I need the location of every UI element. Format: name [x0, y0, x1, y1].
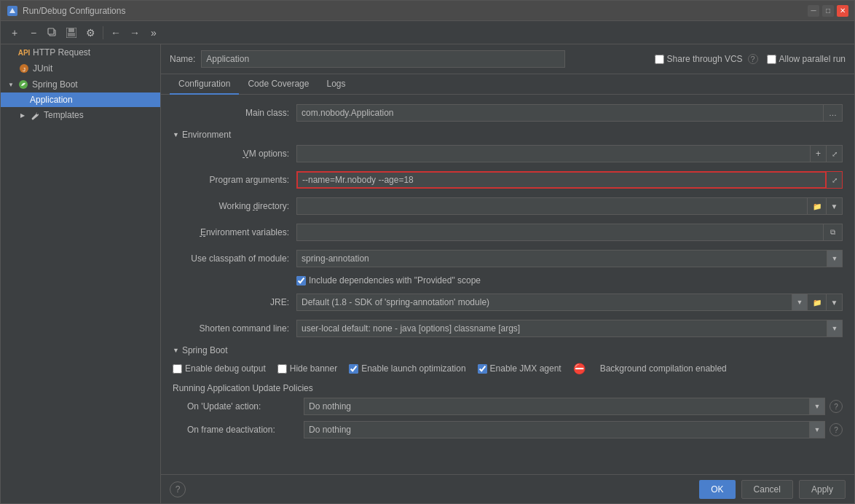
ok-button[interactable]: OK [699, 480, 735, 499]
cancel-button[interactable]: Cancel [741, 480, 793, 499]
jre-expand-button[interactable]: ▼ [827, 294, 843, 311]
on-update-row: On 'Update' action: Do nothingUpdate cla… [173, 398, 843, 415]
spring-boot-section-title: Spring Boot [182, 345, 228, 355]
program-args-input[interactable] [296, 171, 827, 189]
svg-rect-6 [68, 33, 75, 36]
hide-banner-label: Hide banner [290, 363, 337, 374]
toolbar-separator [103, 26, 103, 39]
env-vars-copy-button[interactable]: ⧉ [824, 224, 843, 241]
on-update-select[interactable]: Do nothingUpdate classes and resourcesHo… [304, 398, 825, 415]
minimize-button[interactable]: ─ [808, 5, 819, 17]
enable-launch-checkbox[interactable]: Enable launch optimization [349, 363, 465, 374]
program-args-expand-button[interactable]: ⤢ [827, 171, 843, 189]
on-update-select-wrapper: Do nothingUpdate classes and resourcesHo… [304, 398, 825, 415]
save-button[interactable] [63, 25, 79, 41]
title-bar: Run/Debug Configurations ─ □ ✕ [1, 1, 854, 21]
main-content: API HTTP Request J JUnit ▼ [1, 44, 854, 503]
enable-debug-checkbox[interactable]: Enable debug output [173, 363, 266, 374]
program-args-row: Program arguments: ⤢ [173, 170, 843, 189]
remove-button[interactable]: − [25, 25, 42, 41]
on-frame-select-wrapper: Do nothingUpdate classes and resources ▼ [304, 421, 825, 438]
sidebar-item-label: Templates [44, 110, 84, 120]
copy-button[interactable] [44, 25, 60, 41]
share-vcs-label: Share through VCS [667, 54, 743, 64]
hide-banner-checkbox[interactable]: Hide banner [277, 363, 337, 374]
on-update-help-icon[interactable]: ? [830, 400, 843, 413]
vm-options-plus-button[interactable]: + [811, 145, 827, 162]
enable-debug-check[interactable] [173, 364, 182, 374]
env-vars-row: Environment variables: ⧉ [173, 223, 843, 242]
main-class-row: Main class: … [173, 103, 843, 122]
spring-boot-section-header: ▼ Spring Boot [173, 345, 843, 355]
working-dir-expand-button[interactable]: ▼ [827, 197, 843, 215]
enable-launch-check[interactable] [349, 364, 358, 374]
back-button[interactable]: ← [108, 25, 124, 41]
sidebar-item-http-request[interactable]: API HTTP Request [1, 44, 160, 60]
env-vars-input-group: ⧉ [296, 224, 843, 241]
enable-jmx-checkbox[interactable]: Enable JMX agent [478, 363, 562, 374]
classpath-select[interactable]: spring-annotation [296, 250, 843, 267]
working-dir-browse-button[interactable]: 📁 [808, 197, 827, 215]
running-apps-title: Running Application Update Policies [173, 383, 313, 393]
tab-logs[interactable]: Logs [318, 74, 354, 95]
working-dir-input[interactable] [296, 197, 808, 215]
running-apps-section: Running Application Update Policies On '… [173, 383, 843, 438]
jre-browse-button[interactable]: 📁 [808, 294, 827, 311]
name-input[interactable] [201, 50, 565, 68]
sidebar-item-spring-boot[interactable]: ▼ Spring Boot [1, 76, 160, 92]
program-args-label: Program arguments: [173, 175, 296, 185]
more-button[interactable]: » [146, 25, 162, 41]
classpath-label: Use classpath of module: [173, 253, 296, 264]
sidebar-item-templates[interactable]: ▶ Templates [1, 107, 160, 123]
sidebar-item-label: Spring Boot [32, 79, 78, 90]
run-debug-configurations-window: Run/Debug Configurations ─ □ ✕ + − [0, 0, 855, 504]
vm-options-input[interactable] [296, 145, 811, 162]
shorten-cmd-select[interactable]: user-local default: none - java [options… [296, 320, 843, 337]
main-class-label: Main class: [173, 108, 296, 118]
jre-row: JRE: Default (1.8 - SDK of 'spring-annot… [173, 293, 843, 312]
spring-boot-section: ▼ Spring Boot Enable debug output Hide b… [173, 345, 843, 438]
include-deps-check[interactable] [296, 276, 306, 286]
program-args-input-group: ⤢ [296, 171, 843, 189]
include-deps-checkbox[interactable]: Include dependencies with "Provided" sco… [296, 275, 481, 286]
share-vcs-check[interactable] [655, 55, 664, 64]
environment-arrow[interactable]: ▼ [173, 131, 179, 138]
maximize-button[interactable]: □ [822, 5, 834, 17]
name-right: Share through VCS ? Allow parallel run [655, 54, 846, 64]
enable-launch-label: Enable launch optimization [361, 363, 465, 374]
on-frame-select[interactable]: Do nothingUpdate classes and resources [304, 421, 825, 438]
vm-options-expand-button[interactable]: ⤢ [827, 145, 843, 162]
main-class-input[interactable] [296, 104, 824, 122]
spring-boot-arrow[interactable]: ▼ [173, 347, 179, 354]
main-class-browse-button[interactable]: … [824, 104, 843, 122]
parallel-run-check[interactable] [767, 55, 776, 64]
jre-select[interactable]: Default (1.8 - SDK of 'spring-annotation… [296, 294, 808, 311]
sidebar-item-application[interactable]: Application [1, 92, 160, 107]
env-vars-input[interactable] [296, 224, 824, 241]
jre-select-wrapper: Default (1.8 - SDK of 'spring-annotation… [296, 294, 808, 311]
sidebar-item-junit[interactable]: J JUnit [1, 60, 160, 76]
tab-code-coverage[interactable]: Code Coverage [239, 74, 318, 95]
enable-debug-label: Enable debug output [185, 363, 266, 374]
help-button[interactable]: ? [170, 481, 186, 497]
hide-banner-check[interactable] [277, 364, 287, 374]
add-button[interactable]: + [7, 25, 23, 41]
shorten-cmd-label: Shorten command line: [173, 323, 296, 334]
on-frame-help-icon[interactable]: ? [830, 423, 843, 436]
share-vcs-checkbox[interactable]: Share through VCS ? [655, 54, 758, 64]
forward-button[interactable]: → [127, 25, 143, 41]
spring-boot-arrow: ▼ [7, 80, 15, 89]
title-bar-controls: ─ □ ✕ [808, 5, 848, 17]
close-button[interactable]: ✕ [837, 5, 848, 17]
parallel-run-checkbox[interactable]: Allow parallel run [767, 54, 846, 64]
jre-label: JRE: [173, 297, 296, 307]
settings-button[interactable]: ⚙ [82, 25, 98, 41]
tab-configuration[interactable]: Configuration [170, 74, 239, 95]
wrench-icon [29, 109, 41, 121]
parallel-run-label: Allow parallel run [779, 54, 846, 64]
shorten-cmd-row: Shorten command line: user-local default… [173, 319, 843, 338]
apply-button[interactable]: Apply [799, 480, 846, 499]
share-help-icon[interactable]: ? [748, 54, 758, 64]
enable-jmx-label: Enable JMX agent [490, 363, 562, 374]
enable-jmx-check[interactable] [478, 364, 487, 374]
